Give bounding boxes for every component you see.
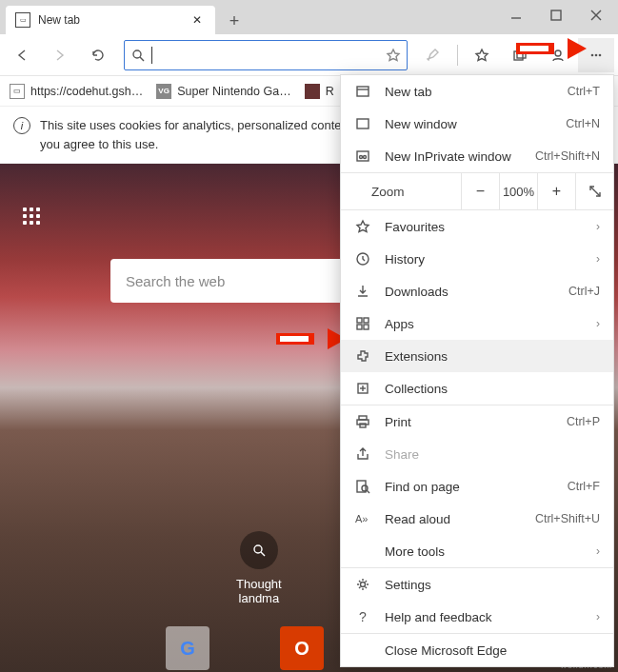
app-launcher-button[interactable] — [23, 208, 40, 225]
tab-favicon: ▭ — [15, 12, 30, 28]
zoom-value: 100% — [499, 172, 537, 210]
info-icon: i — [13, 117, 30, 134]
feature-callout[interactable]: Thought landma — [236, 531, 282, 605]
tile-google[interactable]: G Google — [166, 626, 209, 672]
share-icon — [354, 446, 371, 462]
annotation-arrow — [516, 43, 573, 64]
svg-rect-23 — [357, 318, 362, 323]
find-icon — [354, 479, 371, 494]
tab-title: New tab — [38, 13, 181, 27]
refresh-button[interactable] — [80, 38, 116, 72]
svg-line-13 — [261, 552, 265, 556]
svg-rect-32 — [360, 424, 366, 427]
bookmark-item[interactable]: VG Super Nintendo Ga… — [156, 84, 291, 99]
favorites-button[interactable] — [464, 38, 500, 72]
menu-downloads[interactable]: Downloads Ctrl+J — [341, 275, 613, 307]
svg-line-5 — [140, 57, 144, 61]
svg-rect-16 — [357, 119, 369, 128]
fullscreen-button[interactable] — [575, 172, 613, 210]
browser-window: ▭ New tab ✕ + ▭ https://code — [0, 0, 618, 672]
menu-history[interactable]: History › — [341, 243, 613, 275]
menu-new-tab[interactable]: New tab Ctrl+T — [341, 75, 613, 108]
google-icon: G — [166, 626, 209, 670]
chevron-right-icon: › — [596, 220, 600, 233]
maximize-button[interactable] — [536, 2, 576, 29]
menu-zoom: Zoom − 100% + — [341, 172, 613, 210]
page-icon: ▭ — [10, 84, 25, 99]
minimize-button[interactable] — [496, 2, 536, 29]
pen-icon — [426, 48, 441, 63]
svg-point-12 — [254, 545, 262, 553]
back-button[interactable] — [4, 38, 40, 72]
ellipsis-icon — [588, 48, 604, 63]
menu-favourites[interactable]: Favourites › — [341, 210, 613, 243]
svg-text:?: ? — [359, 609, 367, 624]
browser-tab[interactable]: ▭ New tab ✕ — [6, 6, 215, 34]
menu-help[interactable]: ? Help and feedback › — [341, 601, 613, 633]
forward-button[interactable] — [42, 38, 78, 72]
favorite-star-icon[interactable] — [386, 48, 401, 63]
svg-rect-14 — [357, 87, 369, 96]
bookmark-label: Super Nintendo Ga… — [177, 85, 291, 98]
menu-collections[interactable]: Collections — [341, 372, 613, 405]
bookmark-item[interactable]: ▭ https://codehut.gsh… — [10, 84, 143, 99]
menu-share: Share — [341, 438, 613, 470]
help-icon: ? — [354, 609, 371, 624]
svg-point-11 — [599, 53, 602, 56]
bookmark-item[interactable]: R — [305, 84, 334, 99]
cursor — [151, 47, 152, 64]
office-icon: O — [280, 626, 324, 670]
zoom-out-button[interactable]: − — [461, 172, 499, 210]
extensions-icon — [354, 348, 371, 364]
address-bar[interactable] — [124, 40, 408, 70]
img-icon — [305, 84, 320, 99]
titlebar: ▭ New tab ✕ + — [0, 0, 618, 34]
svg-line-20 — [590, 187, 595, 191]
menu-read-aloud[interactable]: A» Read aloud Ctrl+Shift+U — [341, 503, 613, 535]
new-tab-button[interactable]: + — [221, 8, 248, 34]
svg-point-10 — [595, 53, 598, 56]
svg-rect-25 — [357, 325, 362, 329]
bookmark-label: https://codehut.gsh… — [30, 85, 143, 98]
svg-point-37 — [361, 583, 366, 587]
menu-find[interactable]: Find on page Ctrl+F — [341, 470, 613, 503]
menu-more-tools[interactable]: More tools › — [341, 535, 613, 567]
fullscreen-icon — [588, 184, 603, 199]
zoom-in-button[interactable]: + — [537, 172, 575, 210]
arrow-left-icon — [14, 48, 30, 63]
chevron-right-icon: › — [596, 610, 600, 623]
grid-icon — [23, 208, 40, 225]
settings-menu: New tab Ctrl+T New window Ctrl+N New InP… — [340, 74, 614, 667]
svg-point-18 — [360, 156, 363, 159]
tile-office[interactable]: O Office — [280, 626, 324, 672]
close-window-button[interactable] — [576, 2, 616, 29]
tab-close-button[interactable]: ✕ — [189, 11, 206, 29]
svg-text:A»: A» — [355, 513, 368, 524]
minimize-icon — [508, 8, 524, 23]
menu-new-window[interactable]: New window Ctrl+N — [341, 108, 613, 140]
menu-settings[interactable]: Settings — [341, 568, 613, 601]
bookmark-label: R — [326, 85, 334, 98]
svg-line-35 — [367, 490, 369, 493]
chevron-right-icon: › — [596, 317, 600, 330]
menu-print[interactable]: Print Ctrl+P — [341, 405, 613, 438]
refresh-icon — [90, 48, 106, 63]
gear-icon — [354, 577, 371, 592]
window-icon — [354, 116, 371, 131]
maximize-icon — [548, 8, 564, 23]
chevron-right-icon: › — [596, 252, 600, 266]
svg-point-9 — [591, 53, 594, 56]
menu-close-edge[interactable]: Close Microsoft Edge — [341, 634, 613, 666]
menu-apps[interactable]: Apps › — [341, 307, 613, 340]
window-icon — [354, 84, 371, 99]
star-icon — [354, 219, 371, 234]
magnifier-icon — [240, 531, 278, 569]
svg-rect-33 — [357, 481, 366, 492]
read-mode-button[interactable] — [415, 38, 451, 72]
close-icon — [588, 8, 604, 23]
menu-extensions[interactable]: Extensions — [341, 340, 613, 372]
collections-icon — [354, 381, 371, 396]
menu-inprivate[interactable]: New InPrivate window Ctrl+Shift+N — [341, 140, 613, 172]
vg-icon: VG — [156, 84, 171, 99]
search-icon — [130, 48, 146, 63]
